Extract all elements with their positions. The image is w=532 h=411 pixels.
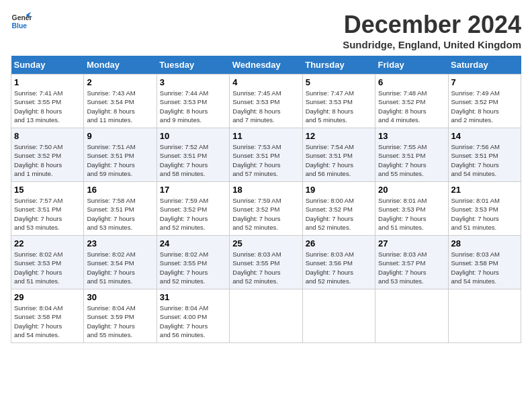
day-number: 28 [451, 238, 518, 248]
day-info: Sunrise: 7:47 AM Sunset: 3:53 PM Dayligh… [306, 89, 372, 124]
week-row-4: 22Sunrise: 8:02 AM Sunset: 3:53 PM Dayli… [11, 236, 521, 289]
day-cell: 22Sunrise: 8:02 AM Sunset: 3:53 PM Dayli… [11, 236, 84, 289]
day-cell [302, 289, 375, 343]
week-row-5: 29Sunrise: 8:04 AM Sunset: 3:58 PM Dayli… [11, 289, 521, 343]
day-number: 12 [306, 131, 372, 141]
day-number: 23 [87, 238, 153, 248]
day-number: 24 [160, 238, 226, 248]
day-cell: 10Sunrise: 7:52 AM Sunset: 3:51 PM Dayli… [157, 128, 229, 182]
calendar-title: December 2024 [343, 11, 521, 39]
day-info: Sunrise: 8:01 AM Sunset: 3:53 PM Dayligh… [451, 196, 518, 232]
day-info: Sunrise: 8:03 AM Sunset: 3:58 PM Dayligh… [451, 250, 518, 285]
week-row-3: 15Sunrise: 7:57 AM Sunset: 3:51 PM Dayli… [11, 182, 521, 236]
day-cell: 5Sunrise: 7:47 AM Sunset: 3:53 PM Daylig… [302, 75, 375, 128]
day-number: 9 [87, 131, 153, 141]
day-cell: 7Sunrise: 7:49 AM Sunset: 3:52 PM Daylig… [448, 75, 521, 128]
logo: General Blue [11, 11, 32, 32]
day-info: Sunrise: 7:50 AM Sunset: 3:52 PM Dayligh… [14, 142, 81, 178]
svg-text:Blue: Blue [12, 22, 28, 30]
day-info: Sunrise: 8:04 AM Sunset: 3:58 PM Dayligh… [14, 304, 81, 339]
header-row: SundayMondayTuesdayWednesdayThursdayFrid… [11, 56, 521, 75]
day-cell: 19Sunrise: 8:00 AM Sunset: 3:52 PM Dayli… [302, 182, 375, 236]
day-number: 30 [87, 292, 153, 302]
day-info: Sunrise: 8:04 AM Sunset: 4:00 PM Dayligh… [160, 304, 226, 339]
day-info: Sunrise: 8:03 AM Sunset: 3:55 PM Dayligh… [232, 250, 299, 285]
day-cell: 30Sunrise: 8:04 AM Sunset: 3:59 PM Dayli… [84, 289, 157, 343]
day-info: Sunrise: 7:48 AM Sunset: 3:52 PM Dayligh… [378, 89, 445, 124]
day-number: 15 [14, 185, 81, 195]
day-info: Sunrise: 7:58 AM Sunset: 3:51 PM Dayligh… [87, 196, 153, 232]
day-info: Sunrise: 8:00 AM Sunset: 3:52 PM Dayligh… [306, 196, 372, 232]
day-number: 26 [306, 238, 372, 248]
day-info: Sunrise: 7:45 AM Sunset: 3:53 PM Dayligh… [232, 89, 299, 124]
day-cell [448, 289, 521, 343]
day-cell: 2Sunrise: 7:43 AM Sunset: 3:54 PM Daylig… [84, 75, 157, 128]
day-cell: 27Sunrise: 8:03 AM Sunset: 3:57 PM Dayli… [375, 236, 448, 289]
day-number: 25 [232, 238, 299, 248]
day-number: 4 [232, 77, 299, 87]
day-info: Sunrise: 7:57 AM Sunset: 3:51 PM Dayligh… [14, 196, 81, 232]
calendar-subtitle: Sundridge, England, United Kingdom [343, 39, 521, 50]
day-info: Sunrise: 7:54 AM Sunset: 3:51 PM Dayligh… [306, 142, 372, 178]
day-number: 18 [232, 185, 299, 195]
day-cell: 18Sunrise: 7:59 AM Sunset: 3:52 PM Dayli… [230, 182, 302, 236]
day-number: 11 [232, 131, 299, 141]
day-cell: 29Sunrise: 8:04 AM Sunset: 3:58 PM Dayli… [11, 289, 84, 343]
day-cell: 12Sunrise: 7:54 AM Sunset: 3:51 PM Dayli… [302, 128, 375, 182]
day-cell: 25Sunrise: 8:03 AM Sunset: 3:55 PM Dayli… [230, 236, 302, 289]
column-header-thursday: Thursday [302, 56, 375, 75]
day-info: Sunrise: 7:56 AM Sunset: 3:51 PM Dayligh… [451, 142, 518, 178]
day-cell: 8Sunrise: 7:50 AM Sunset: 3:52 PM Daylig… [11, 128, 84, 182]
day-number: 8 [14, 131, 81, 141]
day-cell: 23Sunrise: 8:02 AM Sunset: 3:54 PM Dayli… [84, 236, 157, 289]
column-header-monday: Monday [84, 56, 157, 75]
day-cell: 17Sunrise: 7:59 AM Sunset: 3:52 PM Dayli… [157, 182, 229, 236]
day-number: 7 [451, 77, 518, 87]
day-info: Sunrise: 8:03 AM Sunset: 3:57 PM Dayligh… [378, 250, 445, 285]
day-info: Sunrise: 7:44 AM Sunset: 3:53 PM Dayligh… [160, 89, 226, 124]
day-info: Sunrise: 8:02 AM Sunset: 3:54 PM Dayligh… [87, 250, 153, 285]
day-cell: 31Sunrise: 8:04 AM Sunset: 4:00 PM Dayli… [157, 289, 229, 343]
day-info: Sunrise: 7:49 AM Sunset: 3:52 PM Dayligh… [451, 89, 518, 124]
day-cell: 9Sunrise: 7:51 AM Sunset: 3:51 PM Daylig… [84, 128, 157, 182]
calendar-table: SundayMondayTuesdayWednesdayThursdayFrid… [11, 56, 521, 343]
day-cell: 6Sunrise: 7:48 AM Sunset: 3:52 PM Daylig… [375, 75, 448, 128]
day-info: Sunrise: 8:02 AM Sunset: 3:55 PM Dayligh… [160, 250, 226, 285]
day-cell: 20Sunrise: 8:01 AM Sunset: 3:53 PM Dayli… [375, 182, 448, 236]
day-info: Sunrise: 7:59 AM Sunset: 3:52 PM Dayligh… [232, 196, 299, 232]
column-header-saturday: Saturday [448, 56, 521, 75]
column-header-wednesday: Wednesday [230, 56, 302, 75]
logo-icon: General Blue [11, 11, 32, 32]
day-number: 17 [160, 185, 226, 195]
day-number: 14 [451, 131, 518, 141]
day-cell: 13Sunrise: 7:55 AM Sunset: 3:51 PM Dayli… [375, 128, 448, 182]
day-cell: 11Sunrise: 7:53 AM Sunset: 3:51 PM Dayli… [230, 128, 302, 182]
day-number: 16 [87, 185, 153, 195]
day-number: 19 [306, 185, 372, 195]
day-cell: 16Sunrise: 7:58 AM Sunset: 3:51 PM Dayli… [84, 182, 157, 236]
day-cell [375, 289, 448, 343]
day-cell: 21Sunrise: 8:01 AM Sunset: 3:53 PM Dayli… [448, 182, 521, 236]
day-cell: 28Sunrise: 8:03 AM Sunset: 3:58 PM Dayli… [448, 236, 521, 289]
day-cell: 4Sunrise: 7:45 AM Sunset: 3:53 PM Daylig… [230, 75, 302, 128]
day-number: 1 [14, 77, 81, 87]
day-cell [230, 289, 302, 343]
day-number: 22 [14, 238, 81, 248]
day-number: 5 [306, 77, 372, 87]
day-cell: 15Sunrise: 7:57 AM Sunset: 3:51 PM Dayli… [11, 182, 84, 236]
day-info: Sunrise: 7:55 AM Sunset: 3:51 PM Dayligh… [378, 142, 445, 178]
page-header: General Blue December 2024 Sundridge, En… [11, 11, 521, 50]
day-cell: 14Sunrise: 7:56 AM Sunset: 3:51 PM Dayli… [448, 128, 521, 182]
day-number: 6 [378, 77, 445, 87]
day-info: Sunrise: 8:04 AM Sunset: 3:59 PM Dayligh… [87, 304, 153, 339]
day-cell: 26Sunrise: 8:03 AM Sunset: 3:56 PM Dayli… [302, 236, 375, 289]
day-number: 13 [378, 131, 445, 141]
column-header-friday: Friday [375, 56, 448, 75]
day-number: 20 [378, 185, 445, 195]
day-number: 29 [14, 292, 81, 302]
day-info: Sunrise: 7:43 AM Sunset: 3:54 PM Dayligh… [87, 89, 153, 124]
day-number: 27 [378, 238, 445, 248]
week-row-2: 8Sunrise: 7:50 AM Sunset: 3:52 PM Daylig… [11, 128, 521, 182]
day-info: Sunrise: 8:03 AM Sunset: 3:56 PM Dayligh… [306, 250, 372, 285]
day-info: Sunrise: 7:59 AM Sunset: 3:52 PM Dayligh… [160, 196, 226, 232]
